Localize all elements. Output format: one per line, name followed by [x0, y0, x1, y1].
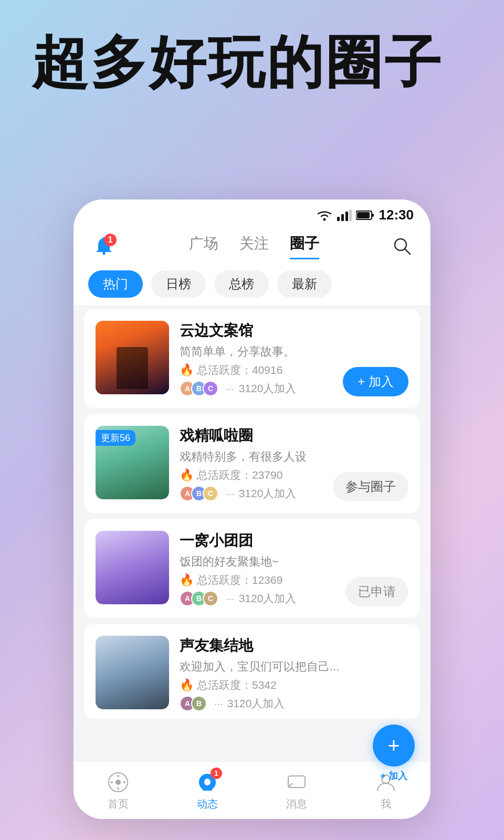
- status-bar: 12:30: [74, 200, 430, 227]
- circle-info-4: 声友集结地 欢迎加入，宝贝们可以把自己... 🔥 总活跃度：5342 A B ·…: [180, 636, 408, 711]
- signal-icon: [337, 209, 352, 221]
- svg-point-0: [323, 218, 326, 220]
- svg-rect-18: [288, 776, 305, 788]
- svg-point-14: [117, 775, 119, 777]
- search-button[interactable]: [391, 235, 414, 258]
- tab-guanzhu[interactable]: 关注: [239, 234, 269, 259]
- fab-label: + 加入: [380, 770, 407, 782]
- circle-name-3: 一窝小团团: [180, 531, 408, 551]
- dongtai-badge: 1: [211, 768, 222, 779]
- tab-guangchang[interactable]: 广场: [189, 234, 218, 259]
- wifi-icon: [316, 209, 333, 221]
- update-badge-2: 更新56: [96, 430, 135, 446]
- svg-rect-8: [102, 252, 106, 255]
- circle-desc-3: 饭团的好友聚集地~: [180, 554, 408, 570]
- svg-rect-6: [372, 214, 374, 217]
- bell-badge: 1: [104, 234, 117, 246]
- fab-plus-icon: +: [387, 735, 400, 756]
- circle-action-3[interactable]: 已申请: [345, 577, 408, 606]
- circle-activity-4: 🔥 总活跃度：5342: [180, 678, 408, 692]
- dongtai-icon-container: 1: [195, 770, 220, 795]
- bottom-item-message[interactable]: 消息: [284, 770, 309, 811]
- status-icons: 12:30: [316, 207, 414, 223]
- fire-icon-1: 🔥: [180, 363, 194, 377]
- circle-desc-2: 戏精特别多，有很多人设: [180, 449, 408, 465]
- svg-rect-3: [345, 212, 348, 221]
- fire-icon-2: 🔥: [180, 468, 194, 482]
- bottom-label-message: 消息: [286, 797, 307, 811]
- circle-action-2[interactable]: 参与圈子: [333, 472, 408, 501]
- svg-point-15: [117, 788, 119, 790]
- home-icon: [108, 772, 129, 793]
- svg-rect-2: [341, 214, 344, 221]
- circle-members-4: A B ··· 3120人加入: [180, 696, 408, 711]
- member-avatars-2: A B C: [180, 486, 214, 501]
- status-time: 12:30: [379, 207, 414, 223]
- avatar-11: B: [191, 696, 207, 711]
- svg-point-16: [111, 781, 113, 783]
- battery-icon: [356, 210, 375, 220]
- avatar-3: C: [203, 381, 218, 396]
- avatar-6: C: [203, 486, 218, 501]
- circle-desc-1: 简简单单，分享故事。: [180, 344, 408, 360]
- circle-card-2: 更新56 戏精呱啦圈 戏精特别多，有很多人设 🔥 总活跃度：23790 A B …: [84, 414, 420, 513]
- circle-image-4: [96, 636, 169, 709]
- bottom-label-me: 我: [381, 797, 391, 811]
- bottom-nav: 首页 1 动态 消息: [74, 761, 430, 819]
- svg-point-17: [123, 781, 125, 783]
- tab-quanzi[interactable]: 圈子: [290, 234, 319, 259]
- applied-button-3[interactable]: 已申请: [345, 577, 408, 606]
- circle-card-1: 云边文案馆 简简单单，分享故事。 🔥 总活跃度：40916 A B C ···: [84, 309, 420, 408]
- member-avatars-1: A B C: [180, 381, 214, 396]
- filter-daily[interactable]: 日榜: [151, 270, 206, 298]
- search-icon: [392, 236, 412, 256]
- filter-hot[interactable]: 热门: [88, 270, 143, 298]
- filter-row: 热门 日榜 总榜 最新: [74, 260, 430, 305]
- filter-total[interactable]: 总榜: [214, 270, 269, 298]
- fire-icon-4: 🔥: [180, 678, 194, 692]
- hero-title: 超多好玩的圈子: [32, 32, 443, 94]
- circle-image-2: 更新56: [96, 426, 169, 499]
- bottom-label-home: 首页: [108, 797, 129, 811]
- fire-icon-3: 🔥: [180, 573, 194, 587]
- circle-name-1: 云边文案馆: [180, 321, 408, 341]
- nav-bar: 1 广场 关注 圈子: [74, 227, 430, 260]
- circle-name-2: 戏精呱啦圈: [180, 426, 408, 446]
- phone-frame: 12:30 1 广场 关注 圈子: [74, 200, 430, 819]
- bottom-label-dongtai: 动态: [197, 797, 218, 811]
- filter-latest[interactable]: 最新: [277, 270, 332, 298]
- circle-name-4: 声友集结地: [180, 636, 408, 656]
- svg-point-13: [116, 780, 121, 785]
- circle-image-1: [96, 321, 169, 394]
- join-button-1[interactable]: + 加入: [343, 367, 408, 396]
- nav-tabs: 广场 关注 圈子: [118, 234, 391, 259]
- fab-button[interactable]: + + 加入: [373, 724, 415, 766]
- bell-button[interactable]: 1: [90, 233, 118, 260]
- svg-rect-7: [357, 212, 370, 218]
- bottom-item-dongtai[interactable]: 1 动态: [195, 770, 220, 811]
- home-icon-container: [106, 770, 131, 795]
- message-icon-container: [284, 770, 309, 795]
- bottom-item-home[interactable]: 首页: [106, 770, 131, 811]
- member-avatars-3: A B C: [180, 591, 214, 606]
- member-avatars-4: A B: [180, 696, 203, 711]
- svg-rect-1: [337, 217, 340, 221]
- avatar-9: C: [203, 591, 218, 606]
- circle-card-3: 一窝小团团 饭团的好友聚集地~ 🔥 总活跃度：12369 A B C ··· 3: [84, 519, 420, 618]
- circle-action-1[interactable]: + 加入: [343, 367, 408, 396]
- svg-line-11: [405, 249, 410, 254]
- participate-button-2[interactable]: 参与圈子: [333, 472, 408, 501]
- circle-card-4: 声友集结地 欢迎加入，宝贝们可以把自己... 🔥 总活跃度：5342 A B ·…: [84, 624, 420, 719]
- svg-rect-4: [349, 209, 352, 221]
- message-icon: [286, 772, 307, 793]
- circle-image-3: [96, 531, 169, 604]
- circle-desc-4: 欢迎加入，宝贝们可以把自己...: [180, 659, 408, 675]
